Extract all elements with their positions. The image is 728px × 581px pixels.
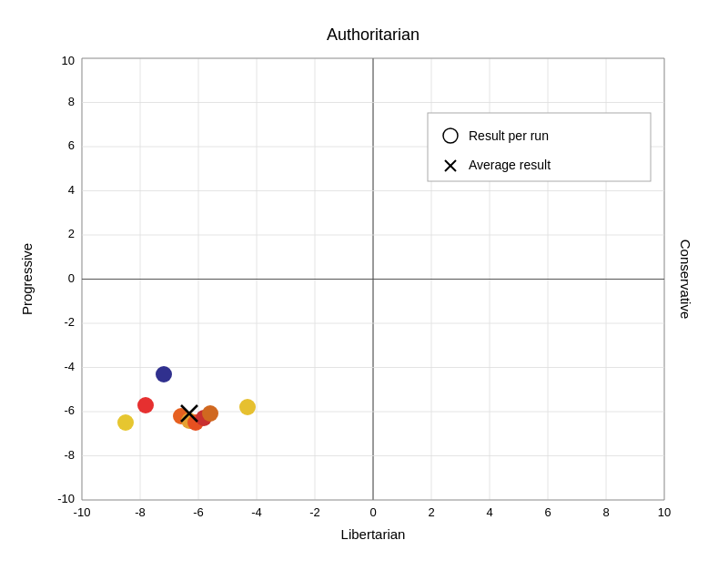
svg-text:0: 0	[369, 505, 376, 519]
svg-text:-4: -4	[251, 505, 262, 519]
svg-text:10: 10	[62, 54, 75, 67]
data-point	[117, 414, 134, 431]
data-point	[239, 399, 256, 415]
x-axis-label: Libertarian	[341, 526, 406, 542]
svg-text:8: 8	[68, 95, 75, 108]
svg-text:-2: -2	[309, 505, 320, 519]
svg-text:-8: -8	[64, 448, 75, 462]
svg-text:-6: -6	[64, 403, 75, 417]
svg-text:2: 2	[68, 227, 75, 240]
legend-cross-label: Average result	[469, 158, 551, 172]
svg-text:4: 4	[486, 505, 492, 519]
y-axis-label: Progressive	[19, 243, 35, 315]
svg-text:2: 2	[428, 505, 434, 519]
data-point	[156, 366, 172, 382]
svg-text:-10: -10	[74, 505, 91, 519]
svg-text:-8: -8	[135, 505, 146, 519]
svg-text:0: 0	[68, 271, 75, 285]
svg-text:-4: -4	[64, 360, 75, 373]
data-point	[202, 405, 218, 422]
chart-container: Authoritarian	[9, 8, 719, 573]
svg-text:10: 10	[658, 505, 671, 519]
svg-text:-6: -6	[193, 505, 204, 519]
svg-text:6: 6	[544, 505, 551, 519]
svg-text:8: 8	[602, 505, 609, 519]
right-label: Conservative	[678, 240, 693, 320]
data-point	[137, 397, 154, 413]
legend-circle-label: Result per run	[469, 128, 549, 143]
svg-text:4: 4	[68, 183, 75, 197]
svg-text:-10: -10	[57, 492, 75, 505]
svg-text:6: 6	[68, 138, 75, 152]
svg-text:-2: -2	[64, 315, 75, 329]
chart-title: Authoritarian	[327, 25, 420, 44]
